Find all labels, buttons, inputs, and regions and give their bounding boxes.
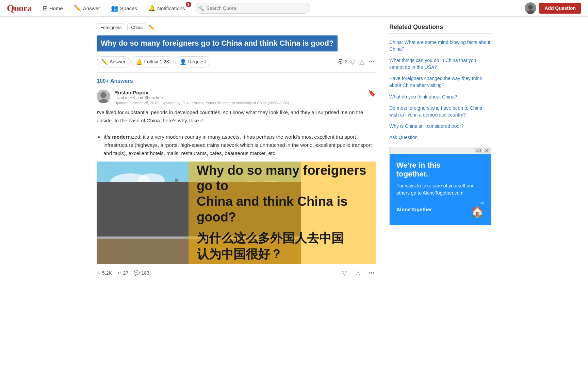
author-info: Ruslan Popov Lived in HK and Shenzhen Up… — [114, 90, 364, 105]
nav-spaces[interactable]: 👥 Spaces — [107, 2, 141, 14]
overlay-english: Why do so many foreigners go to China an… — [197, 163, 368, 225]
svg-point-1 — [527, 10, 534, 14]
share-icon: ↩ — [117, 270, 121, 276]
more-options-button[interactable]: ••• — [367, 57, 376, 66]
answer-body: I've lived for substantial periods in de… — [97, 108, 376, 157]
ad-container: ad ✕ We're in this together. For ways to… — [389, 147, 491, 225]
overlay-chinese: 为什么这么多外国人去中国 认为中国很好？ — [197, 230, 368, 262]
author-meta: Updated October 28, 2016 · Upvoted by Ou… — [114, 101, 364, 105]
share-stat[interactable]: ↩ 27 — [117, 270, 129, 276]
edit-tags-icon[interactable]: ✏️ — [148, 24, 155, 31]
bell-icon: 🔔 — [148, 4, 156, 12]
svg-rect-22 — [177, 189, 180, 191]
answer-card: Ruslan Popov Lived in HK and Shenzhen Up… — [97, 90, 376, 287]
ad-close-button[interactable]: ✕ — [484, 148, 490, 153]
ad-brand-name: AloneTogether — [396, 206, 432, 212]
answers-heading: 100+ Answers — [97, 78, 376, 84]
ad-footer: AloneTogether ad 🏠 — [396, 201, 484, 218]
author-row: Ruslan Popov Lived in HK and Shenzhen Up… — [97, 90, 376, 105]
ad-content: We're in this together. For ways to take… — [390, 154, 491, 225]
upvote-icon: △ — [97, 270, 100, 276]
svg-rect-17 — [175, 179, 178, 184]
author-bio: Lived in HK and Shenzhen — [114, 95, 364, 100]
ad-site-link[interactable]: AloneTogether.com — [423, 190, 463, 196]
ad-badge: ad — [480, 201, 484, 204]
svg-rect-11 — [103, 206, 117, 236]
avatar[interactable] — [525, 2, 536, 14]
svg-rect-13 — [120, 196, 139, 236]
image-overlay: Why do so many foreigners go to China an… — [189, 162, 376, 264]
add-question-button[interactable]: Add Question — [539, 3, 581, 14]
follow-button[interactable]: 🔔 Follow 1.2K — [131, 56, 174, 67]
comment-count: 💬 2 — [338, 59, 347, 64]
sidebar: Related Questions China: What are some m… — [389, 24, 491, 287]
answer-more-options[interactable]: ••• — [367, 269, 376, 277]
bookmark-icon[interactable]: 🔖 — [368, 90, 376, 97]
notification-badge: 9 — [186, 2, 191, 7]
answer-icon: ✏️ — [101, 59, 108, 65]
question-title: Why do so many foreigners go to China an… — [97, 35, 338, 51]
tag-row: Foreigners China ✏️ — [97, 24, 376, 31]
nav-notifications[interactable]: 🔔 Notifications 9 — [144, 2, 189, 14]
content-area: Foreigners China ✏️ Why do so many forei… — [97, 24, 376, 287]
svg-rect-20 — [177, 185, 180, 187]
comment-stat[interactable]: 💬 183 — [134, 270, 149, 276]
related-q-6[interactable]: Why is China still considered poor? — [389, 123, 491, 130]
svg-rect-19 — [173, 185, 176, 187]
svg-point-3 — [99, 99, 108, 103]
author-avatar[interactable] — [97, 90, 110, 103]
answer-upvote-btn[interactable]: △ — [354, 267, 362, 278]
request-icon: 👤 — [180, 59, 186, 65]
ask-question-link[interactable]: Ask Question — [389, 135, 491, 140]
related-q-2[interactable]: What things can you do in China that you… — [389, 57, 491, 71]
related-questions-title: Related Questions — [389, 24, 491, 34]
image-overlay-container: Why do so many foreigners go to China an… — [97, 162, 376, 264]
house-icon: 🏠 — [471, 205, 484, 218]
answer-button[interactable]: ✏️ Answer — [97, 56, 130, 67]
answer-bullet-1: it's modernized: it's a very modern coun… — [103, 133, 376, 157]
ad-sub-text: For ways to take care of yourself and ot… — [396, 182, 484, 197]
comment-icon: 💬 — [338, 59, 343, 64]
svg-rect-21 — [173, 189, 176, 191]
search-container: 🔍 — [195, 3, 310, 14]
request-button[interactable]: 👤 Request — [175, 56, 210, 67]
ad-controls: ad ✕ — [390, 147, 491, 154]
svg-rect-14 — [141, 189, 156, 236]
nav-home[interactable]: ⊞ Home — [38, 2, 67, 14]
related-q-3[interactable]: Have foreigners changed the way they thi… — [389, 75, 491, 89]
svg-rect-12 — [105, 199, 115, 208]
svg-point-2 — [100, 92, 107, 98]
answer-stats-row: △ 5.2K ↩ 27 💬 183 ▽ △ ••• — [97, 264, 376, 282]
author-name[interactable]: Ruslan Popov — [114, 90, 364, 95]
search-input[interactable] — [195, 3, 310, 14]
downvote-button[interactable]: ▽ — [349, 56, 357, 67]
search-icon: 🔍 — [198, 5, 204, 11]
svg-point-6 — [137, 173, 165, 187]
svg-rect-15 — [158, 192, 170, 236]
ad-info-button[interactable]: ad — [475, 148, 482, 153]
answer-icon: ✏️ — [74, 4, 81, 12]
quora-logo[interactable]: Quora — [7, 3, 32, 14]
main-container: Foreigners China ✏️ Why do so many forei… — [90, 17, 498, 287]
svg-rect-16 — [172, 182, 189, 236]
upvote-button[interactable]: △ — [358, 56, 366, 67]
ad-logo-area: ad 🏠 — [471, 201, 484, 218]
related-q-4[interactable]: What do you think about China? — [389, 94, 491, 101]
tag-china[interactable]: China — [127, 24, 146, 31]
action-row: ✏️ Answer 🔔 Follow 1.2K 👤 Request 💬 2 ▽ … — [97, 56, 376, 73]
answer-downvote[interactable]: ▽ — [341, 267, 348, 278]
related-q-5[interactable]: Do most foreigners who have been to Chin… — [389, 105, 491, 118]
upvote-stat[interactable]: △ 5.2K — [97, 270, 112, 276]
spaces-icon: 👥 — [111, 4, 118, 12]
tag-foreigners[interactable]: Foreigners — [97, 24, 125, 31]
comment-icon: 💬 — [134, 270, 140, 276]
svg-point-0 — [528, 5, 533, 10]
nav-answer[interactable]: ✏️ Answer — [70, 2, 104, 14]
home-icon: ⊞ — [43, 4, 48, 12]
navbar: Quora ⊞ Home ✏️ Answer 👥 Spaces 🔔 Notifi… — [0, 0, 588, 17]
follow-icon: 🔔 — [136, 59, 143, 65]
related-q-1[interactable]: China: What are some mind blowing facts … — [389, 39, 491, 52]
ad-headline: We're in this together. — [396, 161, 484, 179]
